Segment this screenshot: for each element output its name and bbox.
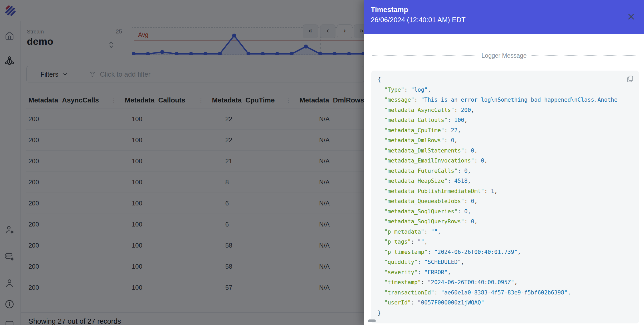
logger-message-code-block: { "Type": "log", "message": "This is an … [371, 71, 639, 323]
logger-message-divider: Logger Message [372, 52, 636, 60]
drawer-title: Timestamp [371, 6, 408, 14]
logger-message-json: { "Type": "log", "message": "This is an … [378, 75, 639, 318]
log-detail-drawer: Timestamp 26/06/2024 (12:40:01 AM) EDT L… [364, 0, 644, 325]
modal-dim-overlay[interactable] [0, 0, 364, 325]
copy-icon[interactable] [626, 75, 634, 83]
close-icon[interactable] [626, 12, 636, 22]
drawer-header: Timestamp 26/06/2024 (12:40:01 AM) EDT [364, 0, 644, 34]
app-root: Stream demo 25 Avg Filters Click to [0, 0, 644, 325]
horizontal-scrollbar-thumb[interactable] [368, 319, 376, 322]
drawer-timestamp-value: 26/06/2024 (12:40:01 AM) EDT [371, 16, 466, 24]
logger-message-label: Logger Message [481, 52, 526, 59]
